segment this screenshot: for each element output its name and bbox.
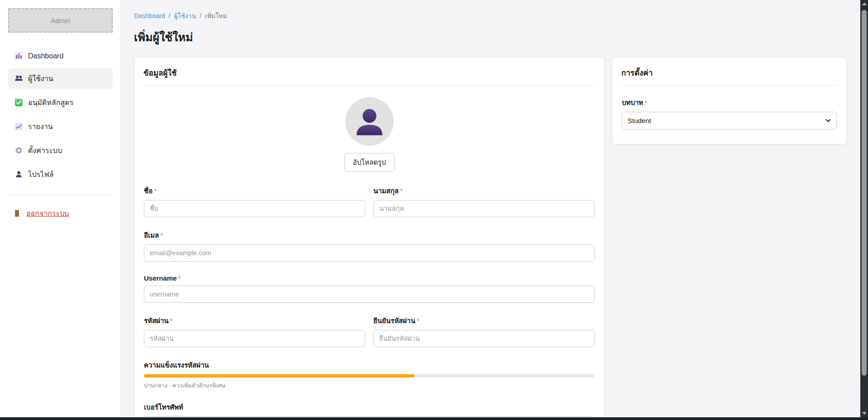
email-label: อีเมล* [144, 230, 595, 241]
required-asterisk: * [644, 99, 647, 106]
logo-placeholder: Admin [8, 8, 113, 33]
user-form: ชื่อ* นามสกุล* อีเมล [134, 186, 604, 420]
scrollbar-thumb[interactable] [862, 10, 867, 376]
sidebar-item-profile[interactable]: โปรไฟล์ [8, 164, 113, 185]
sidebar-item-system-settings[interactable]: ตั้งค่าระบบ [8, 140, 113, 161]
sidebar-item-label: ผู้ใช้งาน [28, 73, 53, 84]
first-name-group: ชื่อ* [144, 186, 365, 217]
trend-chart-icon [14, 122, 23, 131]
bar-chart-icon [14, 52, 23, 60]
password-strength-fill [144, 374, 415, 377]
breadcrumb-separator: / [200, 12, 201, 19]
password-group: รหัสผ่าน* [144, 315, 365, 347]
sidebar-nav: Dashboard ผู้ใช้งาน [8, 47, 113, 188]
required-asterisk: * [400, 187, 403, 195]
confirm-password-field[interactable] [373, 330, 595, 347]
password-strength-caption: ปานกลาง - ควรเพิ่มตัวอักษรพิเศษ [144, 381, 595, 390]
check-icon [14, 98, 23, 107]
username-field[interactable] [144, 286, 595, 303]
last-name-field[interactable] [373, 200, 595, 217]
sidebar-item-label: รายงาน [28, 121, 53, 132]
window-bottom-edge [0, 417, 868, 420]
sidebar-item-users[interactable]: ผู้ใช้งาน [8, 68, 113, 89]
main-content: Dashboard / ผู้ใช้งาน / เพิ่มใหม่ เพิ่มผ… [121, 0, 860, 420]
sidebar-item-reports[interactable]: รายงาน [8, 116, 113, 137]
upload-photo-button[interactable]: อัปโหลดรูป [344, 153, 395, 172]
settings-card: การตั้งค่า บทบาท* Student [612, 57, 847, 144]
confirm-password-group: ยืนยันรหัสผ่าน* [373, 315, 595, 347]
gear-icon [14, 146, 23, 155]
password-label: รหัสผ่าน* [144, 315, 365, 326]
required-asterisk: * [417, 317, 420, 325]
required-asterisk: * [154, 187, 157, 195]
username-group: Username* [144, 274, 595, 303]
breadcrumb-dashboard-link[interactable]: Dashboard [134, 12, 165, 19]
first-name-label: ชื่อ* [144, 186, 365, 196]
card-divider [143, 85, 595, 86]
sidebar-item-label: อนุมัติหลักสูตร [28, 97, 73, 108]
password-strength-section: ความแข็งแรงรหัสผ่าน ปานกลาง - ควรเพิ่มตั… [144, 360, 595, 390]
sidebar-item-course-approval[interactable]: อนุมัติหลักสูตร [8, 92, 113, 113]
password-strength-label: ความแข็งแรงรหัสผ่าน [144, 360, 595, 371]
last-name-group: นามสกุล* [373, 186, 595, 217]
sidebar-item-label: โปรไฟล์ [28, 169, 54, 180]
scroll-down-arrow[interactable] [860, 410, 868, 417]
role-select-wrap: Student [622, 112, 837, 129]
settings-card-title: การตั้งค่า [612, 57, 846, 85]
required-asterisk: * [170, 317, 173, 325]
page-title: เพิ่มผู้ใช้ใหม่ [134, 28, 847, 46]
breadcrumb: Dashboard / ผู้ใช้งาน / เพิ่มใหม่ [134, 11, 847, 21]
sidebar-item-label: ตั้งค่าระบบ [28, 145, 62, 156]
role-select[interactable]: Student [622, 112, 837, 129]
email-group: อีเมล* [144, 230, 595, 262]
sidebar-divider [8, 195, 113, 195]
last-name-label: นามสกุล* [373, 186, 595, 196]
logout-label: ออกจากระบบ [26, 208, 69, 219]
content-row: ข้อมูลผู้ใช้ อัปโหลดรูป [134, 57, 847, 420]
password-strength-track [144, 374, 595, 377]
vertical-scrollbar [860, 0, 868, 420]
role-label: บทบาท* [622, 97, 837, 108]
avatar [345, 97, 394, 146]
app-window: Admin Dashboard [0, 0, 868, 420]
breadcrumb-current: เพิ่มใหม่ [205, 11, 227, 21]
card-divider [621, 85, 837, 86]
password-field[interactable] [144, 330, 365, 347]
confirm-password-label: ยืนยันรหัสผ่าน* [373, 315, 595, 326]
logout-link[interactable]: ออกจากระบบ [8, 205, 113, 222]
scroll-up-arrow[interactable] [860, 0, 868, 8]
person-icon [14, 170, 23, 179]
sidebar-item-label: Dashboard [28, 52, 63, 60]
email-field[interactable] [144, 244, 595, 262]
username-label: Username* [144, 274, 595, 282]
phone-label: เบอร์โทรศัพท์ [144, 402, 595, 413]
required-asterisk: * [160, 231, 163, 239]
settings-body: บทบาท* Student [612, 97, 846, 129]
sidebar: Admin Dashboard [0, 0, 121, 420]
user-info-card: ข้อมูลผู้ใช้ อัปโหลดรูป [134, 57, 605, 420]
users-icon [14, 74, 23, 83]
required-asterisk: * [178, 274, 181, 282]
first-name-field[interactable] [144, 200, 365, 217]
logo-text: Admin [51, 17, 70, 24]
breadcrumb-users-link[interactable]: ผู้ใช้งาน [174, 11, 196, 21]
avatar-section: อัปโหลดรูป [134, 97, 604, 172]
breadcrumb-separator: / [169, 12, 171, 19]
user-card-title: ข้อมูลผู้ใช้ [134, 57, 604, 85]
sidebar-item-dashboard[interactable]: Dashboard [8, 47, 113, 65]
door-icon [13, 209, 21, 218]
